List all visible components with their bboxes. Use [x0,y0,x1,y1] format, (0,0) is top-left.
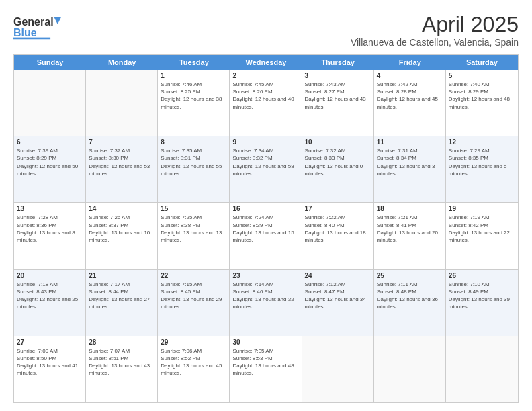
day-info: Sunrise: 7:26 AM Sunset: 8:37 PM Dayligh… [89,214,154,244]
calendar-body: 1Sunrise: 7:46 AM Sunset: 8:25 PM Daylig… [14,70,518,402]
day-number: 18 [377,205,443,212]
header-thursday: Thursday [302,55,374,70]
day-number: 4 [377,72,443,79]
day-number: 20 [17,272,83,279]
calendar-cell: 21Sunrise: 7:17 AM Sunset: 8:44 PM Dayli… [86,270,158,336]
day-number: 5 [449,72,515,79]
calendar-cell: 29Sunrise: 7:06 AM Sunset: 8:52 PM Dayli… [158,336,230,402]
calendar-row: 1Sunrise: 7:46 AM Sunset: 8:25 PM Daylig… [14,70,518,136]
calendar-cell: 1Sunrise: 7:46 AM Sunset: 8:25 PM Daylig… [158,70,230,136]
calendar-cell: 11Sunrise: 7:31 AM Sunset: 8:34 PM Dayli… [374,136,446,202]
title-block: April 2025 Villanueva de Castellon, Vale… [351,12,519,48]
header-monday: Monday [86,55,158,70]
calendar-cell [14,70,86,136]
day-number: 27 [17,338,83,346]
calendar-cell: 28Sunrise: 7:07 AM Sunset: 8:51 PM Dayli… [86,336,158,402]
day-number: 23 [232,272,298,279]
calendar-cell: 22Sunrise: 7:15 AM Sunset: 8:45 PM Dayli… [158,270,230,336]
day-info: Sunrise: 7:14 AM Sunset: 8:46 PM Dayligh… [232,281,298,311]
calendar-cell: 9Sunrise: 7:34 AM Sunset: 8:32 PM Daylig… [230,136,302,202]
main-title: April 2025 [351,12,519,37]
calendar-cell: 5Sunrise: 7:40 AM Sunset: 8:29 PM Daylig… [446,70,518,136]
day-info: Sunrise: 7:45 AM Sunset: 8:26 PM Dayligh… [232,81,298,111]
calendar-cell: 4Sunrise: 7:42 AM Sunset: 8:28 PM Daylig… [374,70,446,136]
svg-marker-2 [54,17,61,24]
header: General Blue April 2025 Villanueva de Ca… [13,12,519,48]
calendar: Sunday Monday Tuesday Wednesday Thursday… [13,54,519,403]
calendar-row: 27Sunrise: 7:09 AM Sunset: 8:50 PM Dayli… [14,336,518,402]
calendar-cell [302,336,374,402]
day-info: Sunrise: 7:28 AM Sunset: 8:36 PM Dayligh… [17,214,83,244]
day-info: Sunrise: 7:17 AM Sunset: 8:44 PM Dayligh… [89,281,154,311]
day-number: 29 [161,338,226,346]
day-number: 28 [89,338,154,346]
day-info: Sunrise: 7:40 AM Sunset: 8:29 PM Dayligh… [449,81,515,111]
header-sunday: Sunday [14,55,86,70]
day-number: 15 [161,205,226,212]
calendar-cell: 19Sunrise: 7:19 AM Sunset: 8:42 PM Dayli… [446,203,518,269]
calendar-cell [86,70,158,136]
day-number: 10 [305,138,371,146]
day-number: 19 [449,205,515,212]
day-number: 6 [17,138,83,146]
day-number: 30 [232,338,298,346]
day-number: 3 [305,72,371,79]
page: General Blue April 2025 Villanueva de Ca… [0,0,532,411]
day-info: Sunrise: 7:22 AM Sunset: 8:40 PM Dayligh… [305,214,371,244]
calendar-cell: 23Sunrise: 7:14 AM Sunset: 8:46 PM Dayli… [230,270,302,336]
day-info: Sunrise: 7:11 AM Sunset: 8:48 PM Dayligh… [377,281,443,311]
day-number: 14 [89,205,154,212]
day-info: Sunrise: 7:43 AM Sunset: 8:27 PM Dayligh… [305,81,371,111]
day-info: Sunrise: 7:37 AM Sunset: 8:30 PM Dayligh… [89,147,154,177]
calendar-cell: 26Sunrise: 7:10 AM Sunset: 8:49 PM Dayli… [446,270,518,336]
calendar-cell: 18Sunrise: 7:21 AM Sunset: 8:41 PM Dayli… [374,203,446,269]
day-info: Sunrise: 7:07 AM Sunset: 8:51 PM Dayligh… [89,347,154,377]
calendar-cell: 25Sunrise: 7:11 AM Sunset: 8:48 PM Dayli… [374,270,446,336]
day-info: Sunrise: 7:12 AM Sunset: 8:47 PM Dayligh… [305,281,371,311]
day-info: Sunrise: 7:32 AM Sunset: 8:33 PM Dayligh… [305,147,371,177]
day-info: Sunrise: 7:06 AM Sunset: 8:52 PM Dayligh… [161,347,226,377]
calendar-cell: 17Sunrise: 7:22 AM Sunset: 8:40 PM Dayli… [302,203,374,269]
header-friday: Friday [374,55,446,70]
calendar-cell: 10Sunrise: 7:32 AM Sunset: 8:33 PM Dayli… [302,136,374,202]
subtitle: Villanueva de Castellon, Valencia, Spain [351,37,519,48]
day-number: 26 [449,272,515,279]
day-number: 21 [89,272,154,279]
calendar-cell: 3Sunrise: 7:43 AM Sunset: 8:27 PM Daylig… [302,70,374,136]
header-tuesday: Tuesday [158,55,230,70]
calendar-cell: 2Sunrise: 7:45 AM Sunset: 8:26 PM Daylig… [230,70,302,136]
day-info: Sunrise: 7:39 AM Sunset: 8:29 PM Dayligh… [17,147,83,177]
calendar-cell: 30Sunrise: 7:05 AM Sunset: 8:53 PM Dayli… [230,336,302,402]
day-number: 17 [305,205,371,212]
calendar-row: 20Sunrise: 7:18 AM Sunset: 8:43 PM Dayli… [14,270,518,336]
calendar-cell: 7Sunrise: 7:37 AM Sunset: 8:30 PM Daylig… [86,136,158,202]
day-info: Sunrise: 7:15 AM Sunset: 8:45 PM Dayligh… [161,281,226,311]
svg-rect-3 [13,38,50,40]
logo: General Blue [13,12,67,42]
day-info: Sunrise: 7:21 AM Sunset: 8:41 PM Dayligh… [377,214,443,244]
calendar-cell: 24Sunrise: 7:12 AM Sunset: 8:47 PM Dayli… [302,270,374,336]
calendar-cell: 6Sunrise: 7:39 AM Sunset: 8:29 PM Daylig… [14,136,86,202]
day-number: 7 [89,138,154,146]
day-number: 16 [232,205,298,212]
calendar-cell: 15Sunrise: 7:25 AM Sunset: 8:38 PM Dayli… [158,203,230,269]
calendar-cell: 27Sunrise: 7:09 AM Sunset: 8:50 PM Dayli… [14,336,86,402]
day-number: 2 [232,72,298,79]
day-info: Sunrise: 7:09 AM Sunset: 8:50 PM Dayligh… [17,347,83,377]
logo-image: General Blue [13,12,67,42]
day-info: Sunrise: 7:46 AM Sunset: 8:25 PM Dayligh… [161,81,226,111]
day-info: Sunrise: 7:42 AM Sunset: 8:28 PM Dayligh… [377,81,443,111]
day-number: 11 [377,138,443,146]
calendar-row: 6Sunrise: 7:39 AM Sunset: 8:29 PM Daylig… [14,136,518,203]
day-info: Sunrise: 7:31 AM Sunset: 8:34 PM Dayligh… [377,147,443,177]
day-number: 8 [161,138,226,146]
calendar-cell: 12Sunrise: 7:29 AM Sunset: 8:35 PM Dayli… [446,136,518,202]
svg-text:Blue: Blue [13,27,37,38]
calendar-cell: 16Sunrise: 7:24 AM Sunset: 8:39 PM Dayli… [230,203,302,269]
calendar-cell: 14Sunrise: 7:26 AM Sunset: 8:37 PM Dayli… [86,203,158,269]
day-info: Sunrise: 7:18 AM Sunset: 8:43 PM Dayligh… [17,281,83,311]
day-info: Sunrise: 7:19 AM Sunset: 8:42 PM Dayligh… [449,214,515,244]
header-wednesday: Wednesday [230,55,302,70]
day-info: Sunrise: 7:29 AM Sunset: 8:35 PM Dayligh… [449,147,515,177]
calendar-cell: 8Sunrise: 7:35 AM Sunset: 8:31 PM Daylig… [158,136,230,202]
